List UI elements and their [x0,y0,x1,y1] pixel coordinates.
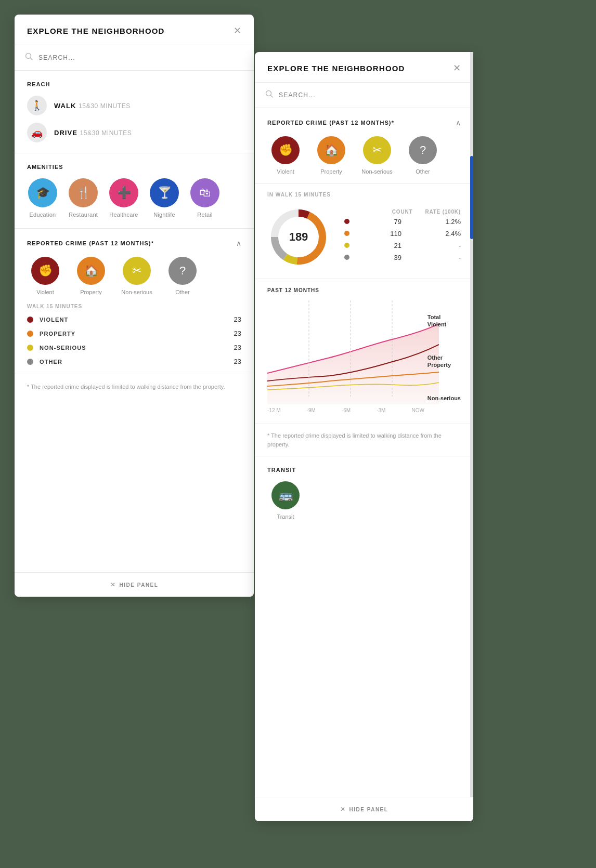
search-icon [25,52,33,63]
amenity-nightlife[interactable]: 🍸 Nightlife [149,178,180,218]
count-header: COUNT [392,209,413,215]
right-crime-violent[interactable]: ✊ Violent [267,136,304,175]
scrollbar-thumb[interactable] [470,156,473,239]
violent-label: Violent [36,289,54,295]
reach-title: REACH [27,81,241,87]
left-footnote: * The reported crime displayed is limite… [15,374,254,400]
legend-nonserious: Non-serious [427,394,461,402]
donut-container: 189 COUNT RATE (100K) 79 1.2% [267,206,461,268]
left-crime-icons: ✊ Violent 🏠 Property ✂ Non-serious ? Oth… [27,257,241,295]
donut-other-count: 39 [386,254,401,261]
crime-row-nonserious: NON-SERIOUS 23 [27,344,241,351]
donut-row-property: 110 2.4% [344,230,461,238]
amenities-section: AMENITIES 🎓 Education 🍴 Restaurant ➕ Hea… [15,153,254,229]
crime-list: VIOLENT 23 PROPERTY 23 NON-SERIOUS 23 [27,315,241,365]
amenity-healthcare[interactable]: ➕ Healthcare [108,178,139,218]
walk-label: WALK [54,102,79,110]
property-count: 23 [234,330,241,337]
amenities-title: AMENITIES [27,164,241,170]
right-crime-collapse-icon[interactable]: ∧ [456,119,461,127]
donut-row-nonserious: 21 - [344,242,461,249]
right-crime-property[interactable]: 🏠 Property [313,136,349,175]
education-icon: 🎓 [28,178,57,207]
right-crime-icons: ✊ Violent 🏠 Property ✂ Non-serious ? Oth… [267,136,461,175]
donut-section: IN WALK 15 MINUTES 189 [255,183,473,279]
chart-area: TotalViolent OtherProperty Non-serious [267,300,461,404]
x-label-now: NOW [412,407,424,413]
right-panel-title: EXPLORE THE NEIGHBORHOOD [267,64,405,73]
reach-drive[interactable]: 🚗 DRIVE 15&30 MINUTES [27,123,241,142]
nonserious-count: 23 [234,344,241,351]
right-property-label: Property [320,168,342,175]
crime-collapse-icon[interactable]: ∧ [236,239,241,247]
right-search-bar[interactable] [255,83,473,108]
x-label-6m: -6M [342,407,351,413]
reach-section: REACH 🚶 WALK 15&30 MINUTES 🚗 DRIVE 15&30… [15,71,254,153]
property-dot [27,331,33,337]
transit-label: Transit [277,514,294,520]
right-crime-other[interactable]: ? Other [405,136,441,175]
right-search-input[interactable] [279,91,463,99]
education-label: Education [30,212,56,218]
other-icon: ? [169,257,197,285]
drive-label: DRIVE [54,129,80,137]
donut-row-other: 39 - [344,254,461,261]
donut-violent-dot [344,219,349,224]
x-label-3m: -3M [377,407,385,413]
right-crime-nonserious[interactable]: ✂ Non-serious [359,136,395,175]
left-hide-panel[interactable]: ✕ HIDE PANEL [15,572,254,597]
right-panel-header: EXPLORE THE NEIGHBORHOOD ✕ [255,52,473,83]
donut-property-dot [344,231,349,236]
violent-icon: ✊ [31,257,59,285]
donut-nonserious-rate: - [438,242,461,249]
chart-section: PAST 12 MONTHS [255,279,473,424]
donut-total: 189 [289,230,308,244]
retail-label: Retail [197,212,212,218]
right-search-icon [265,90,274,100]
transit-item[interactable]: 🚌 Transit [267,481,304,520]
svg-line-3 [271,96,273,98]
amenity-education[interactable]: 🎓 Education [27,178,58,218]
crime-violent[interactable]: ✊ Violent [27,257,63,295]
left-crime-section: REPORTED CRIME (PAST 12 MONTHS)* ∧ ✊ Vio… [15,229,254,374]
retail-icon: 🛍 [190,178,219,207]
restaurant-icon: 🍴 [69,178,98,207]
walk-15-label: WALK 15 MINUTES [27,304,241,309]
left-panel-header: EXPLORE THE NEIGHBORHOOD ✕ [15,15,254,45]
donut-table-header: COUNT RATE (100K) [344,209,461,215]
violent-dot [27,317,33,323]
reach-walk[interactable]: 🚶 WALK 15&30 MINUTES [27,96,241,115]
nonserious-label: Non-serious [121,289,152,295]
amenity-restaurant[interactable]: 🍴 Restaurant [68,178,99,218]
walk-icon: 🚶 [27,96,47,115]
left-crime-header: REPORTED CRIME (PAST 12 MONTHS)* ∧ [27,239,241,247]
donut-row-violent: 79 1.2% [344,218,461,226]
drive-sublabel: 15&30 MINUTES [80,129,132,137]
property-icon: 🏠 [77,257,105,285]
right-violent-icon: ✊ [271,136,300,164]
crime-other[interactable]: ? Other [164,257,201,295]
legend-total: TotalViolent [427,313,461,328]
x-label-9m: -9M [307,407,316,413]
right-hide-panel[interactable]: ✕ HIDE PANEL [255,797,473,821]
crime-nonserious[interactable]: ✂ Non-serious [119,257,155,295]
donut-property-rate: 2.4% [438,230,461,238]
rate-header: RATE (100K) [425,209,461,215]
amenity-retail[interactable]: 🛍 Retail [189,178,221,218]
right-property-icon: 🏠 [317,136,345,164]
crime-property[interactable]: 🏠 Property [73,257,109,295]
donut-other-rate: - [438,254,461,261]
left-search-bar[interactable] [15,45,254,71]
donut-property-count: 110 [386,230,401,238]
other-count: 23 [234,358,241,365]
in-walk-label: IN WALK 15 MINUTES [267,192,461,198]
left-search-input[interactable] [38,54,243,61]
right-violent-label: Violent [277,168,294,175]
transit-section: TRANSIT 🚌 Transit [255,456,473,530]
right-panel-close[interactable]: ✕ [453,63,461,73]
right-nonserious-icon: ✂ [363,136,391,164]
left-panel-close[interactable]: ✕ [234,26,241,35]
drive-icon: 🚗 [27,123,47,142]
donut-violent-count: 79 [386,218,401,226]
left-hide-label: HIDE PANEL [120,582,159,588]
